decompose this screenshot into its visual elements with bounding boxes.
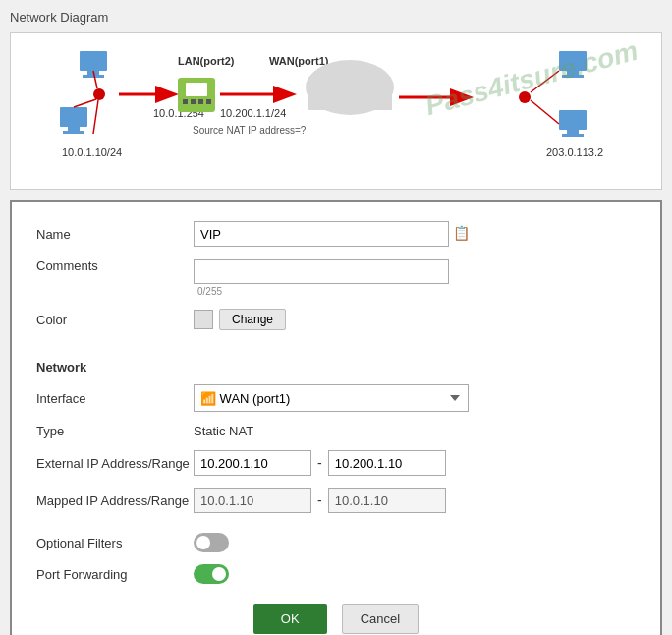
svg-point-6 <box>93 88 105 100</box>
right-ip-label: 203.0.113.2 <box>546 146 603 158</box>
svg-rect-32 <box>567 130 579 134</box>
ext-ip-range: - <box>194 450 446 476</box>
wan-label: WAN(port1) <box>269 55 329 67</box>
nat-label: Source NAT IP address=? <box>193 125 307 136</box>
clipboard-icon: 📋 <box>453 225 470 241</box>
svg-rect-29 <box>567 71 579 75</box>
optional-filters-slider <box>194 533 229 552</box>
lan-label: LAN(port2) <box>178 55 235 67</box>
cloud-icon <box>306 60 394 115</box>
ext-ip-to-input[interactable] <box>328 450 446 476</box>
page-title: Network Diagram <box>10 10 662 25</box>
ext-ip-dash: - <box>317 455 322 471</box>
color-row: Color Change <box>36 309 636 330</box>
mapped-ip-to-input[interactable] <box>328 488 446 513</box>
svg-line-27 <box>531 100 559 124</box>
ext-ip-row: External IP Address/Range - <box>36 450 636 476</box>
left-ip-label: 10.0.1.10/24 <box>62 146 122 158</box>
optional-filters-row: Optional Filters <box>36 533 636 552</box>
svg-rect-12 <box>186 83 207 96</box>
svg-rect-15 <box>198 99 203 104</box>
computer-topright <box>559 51 587 78</box>
mapped-ip-from-input[interactable] <box>194 488 311 513</box>
network-section-header: Network <box>36 360 636 375</box>
svg-rect-14 <box>191 99 196 104</box>
interface-select[interactable]: 📶 WAN (port1) <box>194 384 469 412</box>
ext-ip-from-input[interactable] <box>194 450 311 476</box>
name-input[interactable] <box>194 221 449 247</box>
port-forwarding-row: Port Forwarding <box>36 564 636 584</box>
svg-rect-33 <box>562 134 584 137</box>
mapped-ip-range: - <box>194 488 446 513</box>
svg-rect-5 <box>63 131 84 134</box>
wan-ip: 10.200.1.1/24 <box>220 107 286 119</box>
comments-wrapper: 0/255 <box>194 259 449 297</box>
svg-line-8 <box>74 99 96 107</box>
diagram-svg: 10.0.1.10/24 LAN(port2) WAN(port1) 10.0.… <box>26 43 664 176</box>
mapped-ip-label: Mapped IP Address/Range <box>36 493 194 508</box>
color-label: Color <box>36 313 194 327</box>
comments-row: Comments 0/255 <box>36 259 636 297</box>
name-row: Name 📋 <box>36 221 636 247</box>
mapped-ip-dash: - <box>317 492 322 508</box>
comments-input[interactable] <box>194 259 449 284</box>
char-count: 0/255 <box>197 286 222 297</box>
svg-rect-28 <box>559 51 587 71</box>
computer-bottomleft <box>60 107 87 134</box>
svg-rect-31 <box>559 110 587 130</box>
svg-rect-3 <box>60 107 87 127</box>
svg-point-22 <box>347 65 382 92</box>
color-swatch <box>194 310 213 329</box>
mapped-ip-row: Mapped IP Address/Range - <box>36 488 636 513</box>
svg-rect-4 <box>68 127 80 131</box>
ok-button[interactable]: OK <box>253 604 327 634</box>
interface-row: Interface 📶 WAN (port1) <box>36 384 636 412</box>
name-label: Name <box>36 227 194 242</box>
svg-rect-13 <box>183 99 188 104</box>
svg-point-25 <box>519 91 531 103</box>
type-label: Type <box>36 424 194 438</box>
network-diagram: Pass4itsure.com 10.0.1.10/24 LAN(port2) … <box>10 32 662 190</box>
port-forwarding-toggle[interactable] <box>194 564 229 584</box>
svg-rect-2 <box>83 75 104 78</box>
svg-rect-0 <box>80 51 107 71</box>
optional-filters-label: Optional Filters <box>36 536 194 550</box>
optional-filters-toggle[interactable] <box>194 533 229 552</box>
comments-label: Comments <box>36 259 194 273</box>
port-forwarding-slider <box>194 564 229 584</box>
cancel-button[interactable]: Cancel <box>342 604 419 634</box>
svg-line-9 <box>93 100 98 134</box>
type-value: Static NAT <box>194 424 253 438</box>
ext-ip-label: External IP Address/Range <box>36 456 194 471</box>
button-row: OK Cancel <box>36 604 636 634</box>
svg-line-26 <box>531 71 559 92</box>
color-change-button[interactable]: Change <box>219 309 286 330</box>
interface-label: Interface <box>36 391 194 406</box>
svg-rect-16 <box>206 99 211 104</box>
port-forwarding-label: Port Forwarding <box>36 567 194 582</box>
svg-rect-23 <box>308 92 392 110</box>
form-container: Name 📋 Comments 0/255 Color Change Netwo… <box>10 200 662 635</box>
computer-bottomright <box>559 110 587 137</box>
svg-rect-30 <box>562 75 584 78</box>
type-row: Type Static NAT <box>36 424 636 438</box>
name-input-group: 📋 <box>194 221 470 247</box>
